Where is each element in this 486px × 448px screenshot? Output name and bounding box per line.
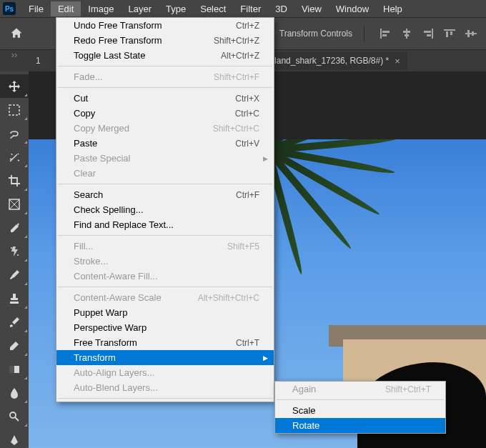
align-top-icon (444, 29, 455, 39)
menu-item-shortcut: Ctrl+Z (236, 21, 259, 31)
toolbox (0, 71, 29, 448)
home-button[interactable] (6, 24, 27, 44)
panel-expand-handle[interactable]: ›› (0, 50, 29, 59)
menu-item-undo-free-transform[interactable]: Undo Free TransformCtrl+Z (56, 18, 274, 33)
tool-history[interactable] (0, 310, 29, 334)
svg-rect-0 (380, 29, 382, 39)
svg-rect-11 (450, 31, 452, 35)
menu-item-paste[interactable]: PasteCtrl+V (56, 136, 274, 151)
gradient-icon (7, 362, 21, 377)
tool-pen[interactable] (0, 428, 29, 448)
tool-blur[interactable] (0, 381, 29, 404)
menubar-item-window[interactable]: Window (329, 1, 376, 16)
menubar-item-help[interactable]: Help (376, 1, 410, 16)
menu-item-label: Copy (74, 108, 235, 119)
tool-eyedropper[interactable] (0, 216, 29, 239)
align-top-button[interactable] (440, 26, 459, 41)
tool-move[interactable] (0, 74, 29, 98)
menu-item-label: Undo Free Transform (74, 20, 236, 31)
tool-dodge[interactable] (0, 404, 29, 428)
menu-item-stroke: Stroke... (56, 254, 274, 269)
align-center-v-icon (465, 29, 477, 39)
menu-item-label: Check Spelling... (74, 204, 259, 215)
tool-eraser[interactable] (0, 334, 29, 357)
menu-item-shortcut: Shift+Ctrl+C (213, 124, 259, 134)
options-label: Transform Controls (279, 29, 352, 39)
submenu-arrow-icon: ▶ (263, 155, 268, 162)
menubar-item-layer[interactable]: Layer (122, 1, 159, 16)
tool-frame[interactable] (0, 192, 29, 216)
menu-item-label: Perspective Warp (74, 322, 259, 333)
menubar-item-select[interactable]: Select (193, 1, 233, 16)
tool-lasso[interactable] (0, 121, 29, 145)
svg-rect-10 (446, 31, 448, 37)
menubar-item-image[interactable]: Image (81, 1, 121, 16)
document-tab[interactable]: enland_shark_17236, RGB/8#) * × (258, 52, 407, 70)
blur-icon (7, 386, 21, 400)
svg-rect-3 (406, 29, 407, 39)
menu-item-clear: Clear (56, 166, 274, 181)
close-icon[interactable]: × (395, 56, 400, 66)
menu-item-redo-free-transform[interactable]: Redo Free TransformShift+Ctrl+Z (56, 33, 274, 48)
svg-rect-13 (467, 30, 470, 37)
align-center-h-button[interactable] (397, 26, 416, 41)
menubar-item-filter[interactable]: Filter (233, 1, 268, 16)
align-right-button[interactable] (419, 26, 437, 41)
menu-item-copy[interactable]: CopyCtrl+C (56, 106, 274, 121)
svg-rect-14 (472, 31, 474, 36)
submenu-item-rotate[interactable]: Rotate (275, 418, 445, 433)
menu-item-puppet-warp[interactable]: Puppet Warp (56, 305, 274, 320)
tool-stamp[interactable] (0, 287, 29, 310)
menu-item-copy-merged: Copy MergedShift+Ctrl+C (56, 121, 274, 136)
frame-icon (7, 197, 21, 211)
menu-separator (58, 66, 272, 66)
menu-item-shortcut: Ctrl+V (235, 139, 259, 149)
menu-item-search[interactable]: SearchCtrl+F (56, 187, 274, 202)
menubar-item-3d[interactable]: 3D (268, 1, 294, 16)
menu-item-transform[interactable]: Transform▶ (56, 350, 274, 365)
menu-item-cut[interactable]: CutCtrl+X (56, 91, 274, 106)
menu-item-shortcut: Shift+Ctrl+F (214, 72, 259, 82)
menubar-item-file[interactable]: File (21, 1, 51, 16)
lasso-icon (7, 126, 21, 141)
menu-item-find-and-replace-text[interactable]: Find and Replace Text... (56, 217, 274, 232)
menu-item-label: Scale (292, 405, 431, 416)
menu-item-shortcut: Ctrl+C (235, 109, 259, 119)
menu-item-label: Content-Aware Fill... (74, 271, 259, 282)
align-right-icon (422, 29, 434, 39)
menu-item-paste-special: Paste Special▶ (56, 151, 274, 166)
menu-item-shortcut: Alt+Shift+Ctrl+C (198, 293, 259, 303)
svg-rect-9 (444, 29, 455, 31)
menu-item-label: Paste (74, 138, 235, 149)
menu-item-label: Copy Merged (74, 123, 213, 134)
menu-item-shortcut: Ctrl+F (236, 190, 259, 200)
menu-item-label: Clear (74, 168, 259, 179)
menu-item-label: Redo Free Transform (74, 35, 214, 46)
menu-item-perspective-warp[interactable]: Perspective Warp (56, 320, 274, 335)
menu-item-content-aware-scale: Content-Aware ScaleAlt+Shift+Ctrl+C (56, 290, 274, 305)
tool-marquee[interactable] (0, 98, 29, 121)
menu-item-auto-blend-layers: Auto-Blend Layers... (56, 380, 274, 395)
menu-item-shortcut: Shift+F5 (227, 242, 259, 252)
menu-item-label: Stroke... (74, 256, 259, 267)
tool-gradient[interactable] (0, 357, 29, 381)
menu-item-label: Paste Special (74, 153, 259, 164)
menu-item-label: Cut (74, 93, 235, 104)
menubar-item-type[interactable]: Type (159, 1, 193, 16)
tool-wand[interactable] (0, 145, 29, 169)
move-icon (7, 79, 21, 94)
menu-item-check-spelling[interactable]: Check Spelling... (56, 202, 274, 217)
submenu-item-scale[interactable]: Scale (275, 403, 445, 418)
menu-item-toggle-last-state[interactable]: Toggle Last StateAlt+Ctrl+Z (56, 48, 274, 63)
align-center-v-button[interactable] (462, 26, 480, 41)
tool-crop[interactable] (0, 169, 29, 192)
menubar-item-edit[interactable]: Edit (51, 1, 81, 16)
svg-rect-20 (9, 366, 14, 373)
align-left-button[interactable] (376, 26, 395, 41)
align-group (364, 26, 480, 41)
menu-item-free-transform[interactable]: Free TransformCtrl+T (56, 335, 274, 350)
tool-heal[interactable] (0, 239, 29, 263)
edit-menu-dropdown: Undo Free TransformCtrl+ZRedo Free Trans… (56, 17, 274, 402)
menubar-item-view[interactable]: View (294, 1, 329, 16)
tool-brush[interactable] (0, 263, 29, 287)
